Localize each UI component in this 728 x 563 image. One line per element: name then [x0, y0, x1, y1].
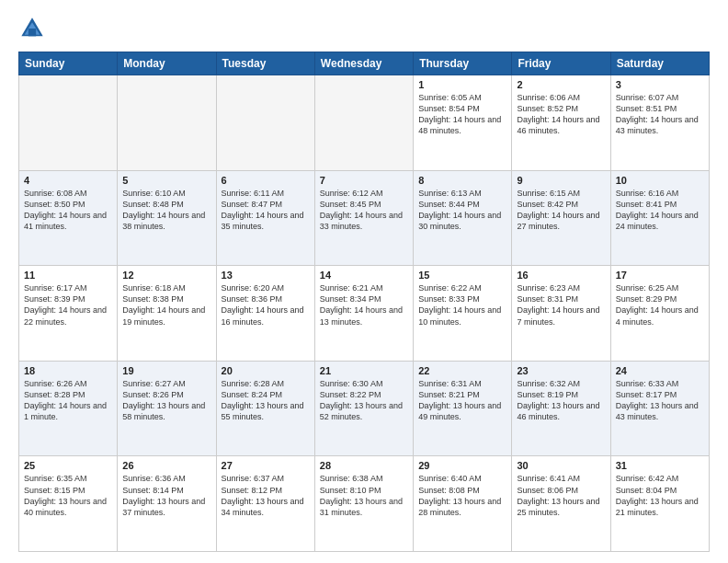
calendar-week-row: 1Sunrise: 6:05 AM Sunset: 8:54 PM Daylig…	[19, 75, 710, 171]
day-info: Sunrise: 6:38 AM Sunset: 8:10 PM Dayligh…	[320, 473, 408, 518]
calendar-week-row: 4Sunrise: 6:08 AM Sunset: 8:50 PM Daylig…	[19, 170, 710, 266]
day-info: Sunrise: 6:21 AM Sunset: 8:34 PM Dayligh…	[320, 282, 408, 327]
calendar-cell: 31Sunrise: 6:42 AM Sunset: 8:04 PM Dayli…	[610, 456, 709, 552]
day-number: 2	[517, 79, 605, 90]
day-number: 22	[418, 365, 506, 376]
calendar-cell: 30Sunrise: 6:41 AM Sunset: 8:06 PM Dayli…	[512, 456, 610, 552]
page: SundayMondayTuesdayWednesdayThursdayFrid…	[0, 0, 728, 563]
calendar-cell	[118, 75, 216, 171]
day-info: Sunrise: 6:12 AM Sunset: 8:45 PM Dayligh…	[320, 188, 408, 233]
weekday-header: Saturday	[610, 52, 709, 75]
day-number: 20	[222, 365, 310, 376]
weekday-header: Friday	[512, 52, 610, 75]
day-number: 11	[24, 270, 112, 281]
weekday-header: Sunday	[19, 52, 118, 75]
day-number: 13	[222, 270, 310, 281]
calendar-cell: 9Sunrise: 6:15 AM Sunset: 8:42 PM Daylig…	[512, 170, 610, 266]
svg-rect-2	[28, 29, 36, 36]
day-info: Sunrise: 6:07 AM Sunset: 8:51 PM Dayligh…	[616, 92, 704, 137]
day-number: 6	[222, 175, 310, 186]
day-info: Sunrise: 6:28 AM Sunset: 8:24 PM Dayligh…	[222, 378, 310, 423]
calendar-cell: 8Sunrise: 6:13 AM Sunset: 8:44 PM Daylig…	[414, 170, 512, 266]
calendar-cell: 24Sunrise: 6:33 AM Sunset: 8:17 PM Dayli…	[610, 361, 709, 456]
calendar-cell: 13Sunrise: 6:20 AM Sunset: 8:36 PM Dayli…	[216, 266, 314, 362]
day-info: Sunrise: 6:33 AM Sunset: 8:17 PM Dayligh…	[616, 378, 704, 423]
day-info: Sunrise: 6:20 AM Sunset: 8:36 PM Dayligh…	[222, 282, 310, 327]
calendar-cell: 5Sunrise: 6:10 AM Sunset: 8:48 PM Daylig…	[118, 170, 216, 266]
calendar-week-row: 18Sunrise: 6:26 AM Sunset: 8:28 PM Dayli…	[19, 361, 710, 456]
day-number: 18	[24, 365, 112, 376]
calendar-header-row: SundayMondayTuesdayWednesdayThursdayFrid…	[19, 52, 710, 75]
day-number: 16	[517, 270, 605, 281]
calendar-cell: 12Sunrise: 6:18 AM Sunset: 8:38 PM Dayli…	[118, 266, 216, 362]
day-number: 27	[222, 460, 310, 471]
calendar-body: 1Sunrise: 6:05 AM Sunset: 8:54 PM Daylig…	[19, 75, 710, 552]
calendar-cell: 14Sunrise: 6:21 AM Sunset: 8:34 PM Dayli…	[314, 266, 413, 362]
day-info: Sunrise: 6:18 AM Sunset: 8:38 PM Dayligh…	[122, 282, 210, 327]
day-number: 28	[320, 460, 408, 471]
day-number: 19	[122, 365, 210, 376]
day-info: Sunrise: 6:27 AM Sunset: 8:26 PM Dayligh…	[122, 378, 210, 423]
calendar-cell: 20Sunrise: 6:28 AM Sunset: 8:24 PM Dayli…	[216, 361, 314, 456]
day-number: 26	[122, 460, 210, 471]
day-number: 5	[122, 175, 210, 186]
day-info: Sunrise: 6:37 AM Sunset: 8:12 PM Dayligh…	[222, 473, 310, 518]
day-number: 31	[616, 460, 704, 471]
day-number: 1	[418, 79, 506, 90]
day-number: 4	[24, 175, 112, 186]
calendar-cell: 22Sunrise: 6:31 AM Sunset: 8:21 PM Dayli…	[414, 361, 512, 456]
calendar-cell: 7Sunrise: 6:12 AM Sunset: 8:45 PM Daylig…	[314, 170, 413, 266]
calendar-cell: 19Sunrise: 6:27 AM Sunset: 8:26 PM Dayli…	[118, 361, 216, 456]
weekday-header: Thursday	[414, 52, 512, 75]
day-number: 17	[616, 270, 704, 281]
calendar-cell: 6Sunrise: 6:11 AM Sunset: 8:47 PM Daylig…	[216, 170, 314, 266]
day-info: Sunrise: 6:40 AM Sunset: 8:08 PM Dayligh…	[418, 473, 506, 518]
calendar-table: SundayMondayTuesdayWednesdayThursdayFrid…	[18, 52, 710, 552]
day-number: 30	[517, 460, 605, 471]
day-info: Sunrise: 6:22 AM Sunset: 8:33 PM Dayligh…	[418, 282, 506, 327]
day-number: 9	[517, 175, 605, 186]
calendar-cell: 15Sunrise: 6:22 AM Sunset: 8:33 PM Dayli…	[414, 266, 512, 362]
day-info: Sunrise: 6:10 AM Sunset: 8:48 PM Dayligh…	[122, 188, 210, 233]
day-info: Sunrise: 6:15 AM Sunset: 8:42 PM Dayligh…	[517, 188, 605, 233]
day-number: 25	[24, 460, 112, 471]
calendar-cell: 18Sunrise: 6:26 AM Sunset: 8:28 PM Dayli…	[19, 361, 118, 456]
calendar-cell: 10Sunrise: 6:16 AM Sunset: 8:41 PM Dayli…	[610, 170, 709, 266]
day-info: Sunrise: 6:16 AM Sunset: 8:41 PM Dayligh…	[616, 188, 704, 233]
day-number: 8	[418, 175, 506, 186]
logo	[18, 15, 50, 42]
day-info: Sunrise: 6:06 AM Sunset: 8:52 PM Dayligh…	[517, 92, 605, 137]
day-info: Sunrise: 6:08 AM Sunset: 8:50 PM Dayligh…	[24, 188, 112, 233]
logo-icon	[18, 15, 46, 42]
calendar-cell	[216, 75, 314, 171]
calendar-cell: 1Sunrise: 6:05 AM Sunset: 8:54 PM Daylig…	[414, 75, 512, 171]
calendar-cell: 11Sunrise: 6:17 AM Sunset: 8:39 PM Dayli…	[19, 266, 118, 362]
calendar-cell: 29Sunrise: 6:40 AM Sunset: 8:08 PM Dayli…	[414, 456, 512, 552]
calendar-cell: 23Sunrise: 6:32 AM Sunset: 8:19 PM Dayli…	[512, 361, 610, 456]
day-info: Sunrise: 6:11 AM Sunset: 8:47 PM Dayligh…	[222, 188, 310, 233]
calendar-cell: 3Sunrise: 6:07 AM Sunset: 8:51 PM Daylig…	[610, 75, 709, 171]
day-number: 23	[517, 365, 605, 376]
calendar-cell: 16Sunrise: 6:23 AM Sunset: 8:31 PM Dayli…	[512, 266, 610, 362]
day-info: Sunrise: 6:32 AM Sunset: 8:19 PM Dayligh…	[517, 378, 605, 423]
day-number: 21	[320, 365, 408, 376]
calendar-cell: 26Sunrise: 6:36 AM Sunset: 8:14 PM Dayli…	[118, 456, 216, 552]
day-number: 29	[418, 460, 506, 471]
day-number: 14	[320, 270, 408, 281]
calendar-cell: 4Sunrise: 6:08 AM Sunset: 8:50 PM Daylig…	[19, 170, 118, 266]
day-info: Sunrise: 6:35 AM Sunset: 8:15 PM Dayligh…	[24, 473, 112, 518]
day-number: 7	[320, 175, 408, 186]
day-number: 10	[616, 175, 704, 186]
calendar-cell: 28Sunrise: 6:38 AM Sunset: 8:10 PM Dayli…	[314, 456, 413, 552]
weekday-header: Wednesday	[314, 52, 413, 75]
calendar-cell	[19, 75, 118, 171]
day-info: Sunrise: 6:25 AM Sunset: 8:29 PM Dayligh…	[616, 282, 704, 327]
calendar-cell: 25Sunrise: 6:35 AM Sunset: 8:15 PM Dayli…	[19, 456, 118, 552]
day-info: Sunrise: 6:23 AM Sunset: 8:31 PM Dayligh…	[517, 282, 605, 327]
day-number: 24	[616, 365, 704, 376]
day-info: Sunrise: 6:30 AM Sunset: 8:22 PM Dayligh…	[320, 378, 408, 423]
day-number: 15	[418, 270, 506, 281]
day-info: Sunrise: 6:41 AM Sunset: 8:06 PM Dayligh…	[517, 473, 605, 518]
day-info: Sunrise: 6:13 AM Sunset: 8:44 PM Dayligh…	[418, 188, 506, 233]
calendar-week-row: 25Sunrise: 6:35 AM Sunset: 8:15 PM Dayli…	[19, 456, 710, 552]
